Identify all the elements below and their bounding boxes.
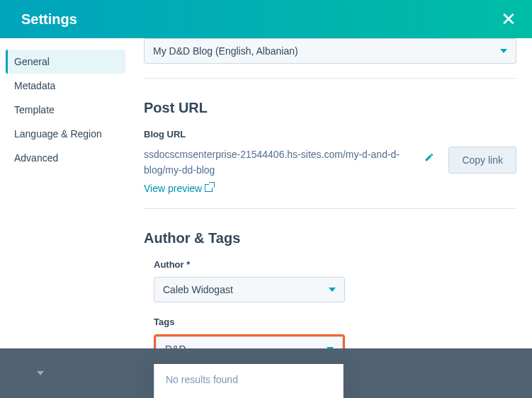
sidebar-item-language-region[interactable]: Language & Region — [6, 122, 125, 146]
author-value: Caleb Widogast — [163, 284, 233, 295]
view-preview-text: View preview — [144, 183, 202, 194]
close-button[interactable]: ✕ — [501, 8, 516, 30]
blog-select-value: My D&D Blog (English, Albanian) — [153, 45, 298, 57]
author-label: Author * — [154, 259, 516, 270]
sidebar-item-general[interactable]: General — [6, 50, 125, 74]
chevron-down-icon — [329, 288, 336, 292]
pencil-icon — [424, 152, 434, 162]
section-title-post-url: Post URL — [144, 100, 516, 116]
chevron-down-icon[interactable] — [37, 371, 44, 375]
author-select[interactable]: Caleb Widogast — [154, 277, 345, 302]
section-title-author-tags: Author & Tags — [144, 230, 516, 246]
external-link-icon — [205, 184, 213, 192]
settings-sidebar: General Metadata Template Language & Reg… — [0, 38, 131, 398]
sidebar-item-template[interactable]: Template — [6, 98, 125, 122]
divider — [144, 78, 516, 79]
chevron-down-icon — [500, 49, 507, 53]
sidebar-item-metadata[interactable]: Metadata — [6, 74, 125, 98]
view-preview-link[interactable]: View preview — [144, 183, 213, 194]
tags-dropdown: No results found + Add "D&D" tag — [154, 364, 344, 398]
copy-link-button[interactable]: Copy link — [448, 147, 516, 174]
blog-url-label: Blog URL — [144, 129, 516, 140]
modal-title: Settings — [21, 11, 77, 28]
no-results-text: No results found — [154, 364, 343, 395]
edit-url-button[interactable] — [419, 147, 440, 170]
main-panel: My D&D Blog (English, Albanian) Post URL… — [131, 38, 532, 398]
tags-label: Tags — [154, 317, 516, 327]
sidebar-item-advanced[interactable]: Advanced — [6, 146, 125, 170]
close-icon: ✕ — [501, 8, 516, 30]
modal-header: Settings ✕ — [0, 0, 532, 38]
divider — [144, 208, 516, 209]
blog-url-value: ssdocscmsenterprise-21544406.hs-sites.co… — [144, 147, 410, 178]
blog-select[interactable]: My D&D Blog (English, Albanian) — [144, 38, 516, 64]
